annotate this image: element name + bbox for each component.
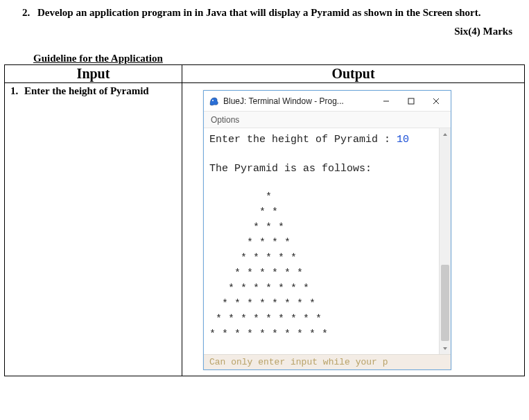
window-titlebar: BlueJ: Terminal Window - Prog... (204, 91, 451, 112)
scrollbar-track[interactable] (440, 140, 451, 342)
question-row: 2. Develop an application program in in … (4, 6, 525, 19)
menu-options[interactable]: Options (211, 115, 239, 125)
scroll-down-button[interactable] (440, 342, 451, 354)
bluej-logo-icon (208, 96, 219, 107)
table-cell-output: BlueJ: Terminal Window - Prog... (182, 83, 525, 376)
svg-marker-5 (443, 133, 447, 136)
document-page: 2. Develop an application program in in … (0, 0, 529, 383)
svg-point-0 (212, 100, 214, 101)
input-item-text: Enter the height of Pyramid (24, 85, 149, 97)
terminal-result-heading: The Pyramid is as follows: (209, 161, 436, 176)
maximize-button[interactable] (404, 94, 419, 109)
vertical-scrollbar[interactable] (439, 128, 451, 354)
list-item: 1. Enter the height of Pyramid (10, 85, 177, 97)
close-button[interactable] (428, 94, 444, 109)
question-marks: Six(4) Marks (4, 19, 525, 50)
terminal-output-area: Enter the height of Pyramid : 10 The Pyr… (204, 128, 439, 354)
terminal-status-bar: Can only enter input while your p (204, 354, 451, 369)
terminal-pyramid-output: * * * * * * * * * * * * * * * * * * * * … (209, 190, 436, 342)
svg-rect-2 (408, 98, 414, 104)
guideline-heading-wrap: Guideline for the Application (4, 50, 525, 64)
question-text: Develop an application program in in Jav… (37, 7, 518, 19)
table-header-output: Output (182, 65, 525, 83)
input-item-number: 1. (10, 85, 24, 97)
svg-marker-6 (443, 347, 447, 350)
terminal-input-value: 10 (397, 134, 409, 146)
window-menubar: Options (204, 112, 451, 128)
question-number: 2. (22, 7, 37, 19)
table-cell-input: 1. Enter the height of Pyramid (5, 83, 182, 376)
guideline-heading: Guideline for the Application (33, 53, 163, 64)
terminal-prompt-line: Enter the height of Pyramid : 10 (209, 132, 436, 147)
terminal-window: BlueJ: Terminal Window - Prog... (203, 90, 451, 370)
io-table: Input Output 1. Enter the height of Pyra… (4, 64, 525, 376)
table-header-input: Input (5, 65, 182, 83)
scroll-up-button[interactable] (440, 128, 451, 140)
terminal-prompt-text: Enter the height of Pyramid : (209, 134, 397, 146)
window-controls (379, 94, 446, 109)
terminal-body: Enter the height of Pyramid : 10 The Pyr… (204, 128, 451, 354)
minimize-button[interactable] (379, 94, 394, 109)
terminal-status-text: Can only enter input while your p (209, 357, 388, 367)
scrollbar-thumb[interactable] (441, 265, 449, 341)
window-title: BlueJ: Terminal Window - Prog... (223, 96, 379, 106)
